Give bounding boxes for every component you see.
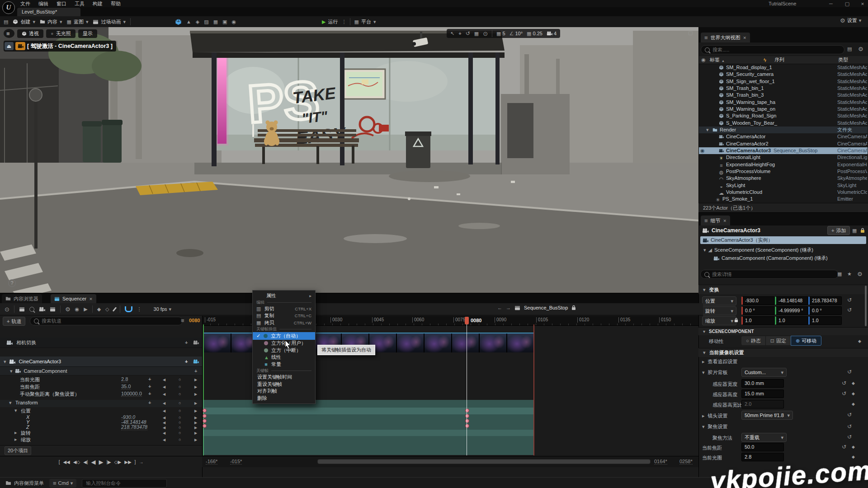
sensor-width-field[interactable]: 30.0 mm <box>741 379 784 388</box>
reset-rotation-icon[interactable] <box>847 307 852 313</box>
mobility-stationary[interactable]: ⊡固定 <box>765 336 791 345</box>
section-transform[interactable]: 变换 <box>698 285 868 294</box>
location-z-field[interactable]: 218.783478 <box>808 296 842 305</box>
expand-icon[interactable] <box>14 430 17 436</box>
expand-icon[interactable] <box>14 436 17 442</box>
next-key-button[interactable]: ◇▶ <box>114 460 121 465</box>
add-key-icon[interactable] <box>852 444 855 449</box>
play-reverse-button[interactable]: ◀ <box>91 459 96 465</box>
track-transform[interactable]: Transform <box>0 400 202 407</box>
tab-world-outliner[interactable]: 世界大纲视图 <box>701 33 750 42</box>
camera-component-row[interactable]: CameraComponent (CameraComponent) (继承) <box>713 255 828 262</box>
run-button[interactable]: 运行 <box>322 19 338 25</box>
cinematics-button[interactable]: 过场动画 <box>93 19 126 25</box>
table-row[interactable]: S_Parking_Road_SignStaticMeshActor <box>699 113 868 119</box>
nav-back-icon[interactable] <box>497 305 502 310</box>
rotate-tool-icon[interactable] <box>466 30 470 37</box>
details-settings-icon[interactable] <box>857 271 863 277</box>
view-mode-dropdown[interactable]: 无光照 <box>46 29 75 38</box>
range-end-value[interactable]: 0258* <box>679 459 693 465</box>
perspective-dropdown[interactable]: 透视 <box>17 29 43 38</box>
viewport-menu-icon[interactable] <box>4 29 14 38</box>
details-display-icon[interactable] <box>837 271 842 277</box>
show-dropdown[interactable]: 显示 <box>78 29 97 38</box>
add-track-button[interactable]: 轨道 <box>3 317 25 326</box>
menu-build[interactable]: 构建 <box>89 0 107 7</box>
menu-item-cubic-auto[interactable]: ✓ 立方（自动） <box>253 332 315 340</box>
prev-key-icon[interactable] <box>163 376 165 382</box>
section-scenecomponent[interactable]: SCENECOMPONENT <box>698 327 868 335</box>
reset-focus-icon[interactable] <box>847 423 852 430</box>
prev-key-button[interactable]: ◀◇ <box>73 460 80 465</box>
add-key-icon[interactable] <box>852 401 855 406</box>
sensor-height-field[interactable]: 15.0 mm <box>741 389 784 398</box>
track-location-z[interactable]: Z218.783478 <box>0 424 202 429</box>
table-row[interactable]: SM_Road_display_1StaticMeshActor <box>699 64 868 71</box>
table-row[interactable]: ≡ExponentialHeightFogExponentialHeightFo… <box>699 161 868 168</box>
track-location-y[interactable]: Y-48.148148 <box>0 419 202 424</box>
collapse-icon[interactable] <box>702 370 705 375</box>
visibility-column-icon[interactable] <box>699 57 708 63</box>
location-dropdown[interactable]: 位置 <box>702 296 736 305</box>
restore-button[interactable] <box>844 1 851 7</box>
track-camera-cuts[interactable]: 相机切换 <box>0 338 202 348</box>
menu-tools[interactable]: 工具 <box>71 0 89 7</box>
lock-icon[interactable] <box>571 305 576 310</box>
world-icon[interactable] <box>5 306 9 313</box>
current-focal-field[interactable]: 50.0 <box>741 443 784 451</box>
keyframe[interactable] <box>203 408 207 413</box>
viewport-maximize-icon[interactable] <box>688 30 693 36</box>
track-location[interactable]: 位置 <box>0 408 202 414</box>
platform-button[interactable]: 平台 <box>354 19 376 25</box>
lens-dropdown[interactable]: 50mm Prime f/1.8 <box>741 411 793 420</box>
details-search-input[interactable]: 搜索详情 <box>700 270 839 279</box>
reset-icon[interactable] <box>842 380 846 386</box>
menu-file[interactable]: 文件 <box>16 0 34 7</box>
mobility-static[interactable]: ○静态 <box>741 336 765 345</box>
keyframe[interactable] <box>203 414 207 418</box>
outliner-search-input[interactable]: 搜索..... <box>701 45 844 54</box>
collapse-icon[interactable] <box>702 424 705 430</box>
menu-item-cubic-user[interactable]: 立方化（用户） <box>253 340 315 347</box>
table-row[interactable]: ◒SkyLightSkyLight <box>699 182 868 189</box>
lock-icon[interactable] <box>860 228 865 233</box>
menu-window[interactable]: 窗口 <box>52 0 71 7</box>
favorites-icon[interactable] <box>847 271 852 277</box>
table-row[interactable]: SM_Trash_bin_3StaticMeshActor <box>699 92 868 99</box>
add-key-icon[interactable] <box>148 400 151 405</box>
fps-dropdown[interactable]: 30 fps <box>154 306 172 312</box>
nav-forward-icon[interactable] <box>506 305 511 310</box>
find-icon[interactable] <box>29 307 34 312</box>
scale-snap-button[interactable]: 0.25 <box>527 31 542 37</box>
table-row[interactable]: SM_Warning_tape_haStaticMeshActor <box>699 99 868 106</box>
blueprint-edit-icon[interactable] <box>852 228 857 234</box>
track-cinecamera-actor[interactable]: CineCameraActor3 <box>0 357 202 367</box>
reset-icon[interactable] <box>842 444 846 450</box>
keyframe[interactable] <box>465 408 469 413</box>
loop-button[interactable]: → <box>139 460 143 465</box>
grid-snap-button[interactable]: 5 <box>496 31 505 37</box>
create-button[interactable]: 创建 <box>13 19 35 25</box>
close-icon[interactable] <box>89 296 93 301</box>
move-tool-icon[interactable] <box>458 31 461 36</box>
rotation-snap-button[interactable]: 10° <box>509 31 523 37</box>
track-current-aperture[interactable]: 当前光圈2.8 <box>0 376 202 384</box>
prev-key-icon[interactable] <box>163 400 165 405</box>
play-button[interactable]: ▶ <box>99 459 104 465</box>
next-key-icon[interactable] <box>194 384 197 389</box>
playback-options-icon[interactable] <box>84 306 87 312</box>
scene-component-row[interactable]: ◢ SceneComponent (SceneComponent) (继承) <box>703 247 813 253</box>
settings-button[interactable]: 设置 <box>840 17 861 24</box>
keyframe-options-icon[interactable] <box>97 306 101 312</box>
pilot-camera-button[interactable] <box>15 42 25 50</box>
menu-item-set-key-time[interactable]: 设置关键帧时间 <box>253 374 315 381</box>
next-key-icon[interactable] <box>194 400 197 405</box>
key-icon[interactable] <box>179 408 181 413</box>
current-frame-field[interactable]: 0080 <box>189 318 200 323</box>
menu-item-properties[interactable]: 属性 <box>253 292 315 300</box>
menu-item-duplicate[interactable]: 拷贝CTRL+W <box>253 319 315 327</box>
reset-filmback-icon[interactable] <box>847 369 852 375</box>
run-options-icon[interactable] <box>341 19 346 25</box>
mobility-movable[interactable]: ⊕可移动 <box>791 336 821 346</box>
filmback-dropdown[interactable]: Custom... <box>741 368 787 377</box>
